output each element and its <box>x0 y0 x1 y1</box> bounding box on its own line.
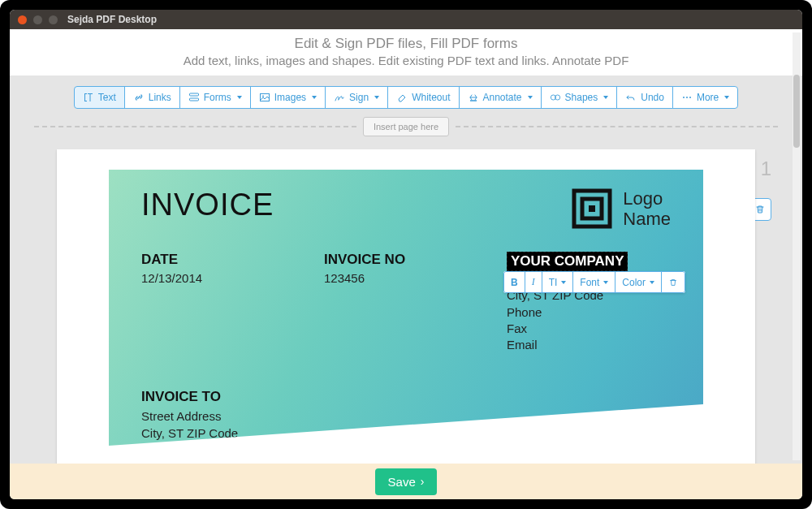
svg-point-7 <box>686 97 688 98</box>
forms-icon <box>188 92 200 103</box>
links-tool-button[interactable]: Links <box>124 86 180 109</box>
annotate-tool-label: Annotate <box>483 92 522 103</box>
logo-block[interactable]: Logo Name <box>571 188 671 230</box>
caret-icon <box>528 96 533 99</box>
date-label[interactable]: DATE <box>141 252 324 268</box>
link-icon <box>133 92 145 103</box>
forms-tool-label: Forms <box>204 92 231 103</box>
header-title: Edit & Sign PDF files, Fill PDF forms <box>10 36 802 52</box>
chevron-right-icon: › <box>421 475 425 488</box>
window-titlebar: Sejda PDF Desktop <box>10 10 802 29</box>
invoice-no-label[interactable]: INVOICE NO <box>324 252 507 268</box>
vertical-scrollbar[interactable] <box>793 32 801 460</box>
to-phone[interactable]: Phone <box>141 442 671 458</box>
text-tool-button[interactable]: Text <box>74 86 125 109</box>
caret-icon <box>237 96 242 99</box>
text-size-button[interactable]: TI <box>542 271 574 293</box>
invoice-no-value[interactable]: 123456 <box>324 271 507 285</box>
shapes-icon <box>550 92 561 103</box>
svg-rect-0 <box>189 93 198 96</box>
forms-tool-button[interactable]: Forms <box>179 86 251 109</box>
undo-icon <box>625 92 637 103</box>
company-phone[interactable]: Phone <box>507 304 671 321</box>
save-label: Save <box>388 475 416 489</box>
text-size-label: TI <box>549 277 558 288</box>
bold-button[interactable]: B <box>503 271 525 293</box>
italic-button[interactable]: I <box>525 271 542 293</box>
font-label: Font <box>580 277 599 288</box>
main-toolbar: Text Links Forms <box>10 86 802 109</box>
scroll-thumb[interactable] <box>793 75 800 148</box>
divider-line <box>34 126 356 127</box>
save-button[interactable]: Save › <box>375 468 438 495</box>
delete-text-button[interactable] <box>661 271 685 293</box>
font-button[interactable]: Font <box>572 271 615 293</box>
divider-line <box>456 126 778 127</box>
window-close-button[interactable] <box>18 15 27 24</box>
image-icon <box>259 92 270 103</box>
svg-point-3 <box>262 96 264 97</box>
text-format-toolbar: B I TI Font Color <box>503 271 685 293</box>
caret-icon <box>650 281 654 284</box>
svg-rect-11 <box>589 205 595 212</box>
company-fax[interactable]: Fax <box>507 321 671 337</box>
svg-point-8 <box>689 97 691 98</box>
images-tool-label: Images <box>274 92 306 103</box>
caret-icon <box>561 281 566 284</box>
annotate-icon <box>468 92 479 103</box>
company-email[interactable]: Email <box>507 337 671 353</box>
color-label: Color <box>622 277 646 288</box>
page-header: Edit & Sign PDF files, Fill PDF forms Ad… <box>10 29 802 76</box>
to-street[interactable]: Street Address <box>141 408 671 425</box>
shapes-tool-button[interactable]: Shapes <box>541 86 618 109</box>
logo-text-line1: Logo <box>623 188 671 209</box>
sign-tool-button[interactable]: Sign <box>325 86 388 109</box>
more-label: More <box>697 92 719 103</box>
images-tool-button[interactable]: Images <box>250 86 326 109</box>
trash-icon <box>668 278 678 287</box>
shapes-tool-label: Shapes <box>565 92 598 103</box>
company-name-selected[interactable]: YOUR COMPANY <box>507 252 628 271</box>
trash-icon <box>754 204 766 215</box>
annotate-tool-button[interactable]: Annotate <box>459 86 542 109</box>
svg-rect-1 <box>189 98 198 101</box>
invoice-to-label[interactable]: INVOICE TO <box>141 389 671 405</box>
undo-button[interactable]: Undo <box>616 86 673 109</box>
caret-icon <box>312 96 317 99</box>
caret-icon <box>374 96 379 99</box>
links-tool-label: Links <box>149 92 171 103</box>
caret-icon <box>603 281 608 284</box>
insert-page-button[interactable]: Insert page here <box>363 117 449 136</box>
more-button[interactable]: More <box>672 86 738 109</box>
logo-text-line2: Name <box>623 209 671 229</box>
caret-icon <box>603 96 608 99</box>
text-icon <box>83 92 94 103</box>
undo-label: Undo <box>641 92 664 103</box>
text-tool-label: Text <box>98 92 116 103</box>
whiteout-tool-button[interactable]: Whiteout <box>387 86 459 109</box>
more-icon <box>681 92 693 103</box>
sign-tool-label: Sign <box>349 92 369 103</box>
whiteout-tool-label: Whiteout <box>412 92 450 103</box>
sign-icon <box>334 92 345 103</box>
to-city[interactable]: City, ST ZIP Code <box>141 425 671 442</box>
document-viewport[interactable]: 1 INVOICE Logo Name <box>10 149 802 464</box>
insert-page-row: Insert page here <box>10 109 802 145</box>
invoice-header-box: INVOICE Logo Name DATE 12/13/ <box>109 170 703 446</box>
window-maximize-button[interactable] <box>49 15 58 24</box>
header-subtitle: Add text, links, images and shapes. Edit… <box>10 54 802 67</box>
window-minimize-button[interactable] <box>33 15 42 24</box>
eraser-icon <box>396 92 408 103</box>
caret-icon <box>724 96 729 99</box>
color-button[interactable]: Color <box>615 271 662 293</box>
to-fax[interactable]: Fax <box>141 458 671 464</box>
pdf-page[interactable]: INVOICE Logo Name DATE 12/13/ <box>57 149 755 464</box>
svg-point-6 <box>683 97 685 98</box>
page-number: 1 <box>761 157 771 180</box>
date-value[interactable]: 12/13/2014 <box>141 271 324 285</box>
window-title: Sejda PDF Desktop <box>67 14 157 25</box>
logo-icon <box>571 188 613 230</box>
save-bar: Save › <box>10 464 802 499</box>
